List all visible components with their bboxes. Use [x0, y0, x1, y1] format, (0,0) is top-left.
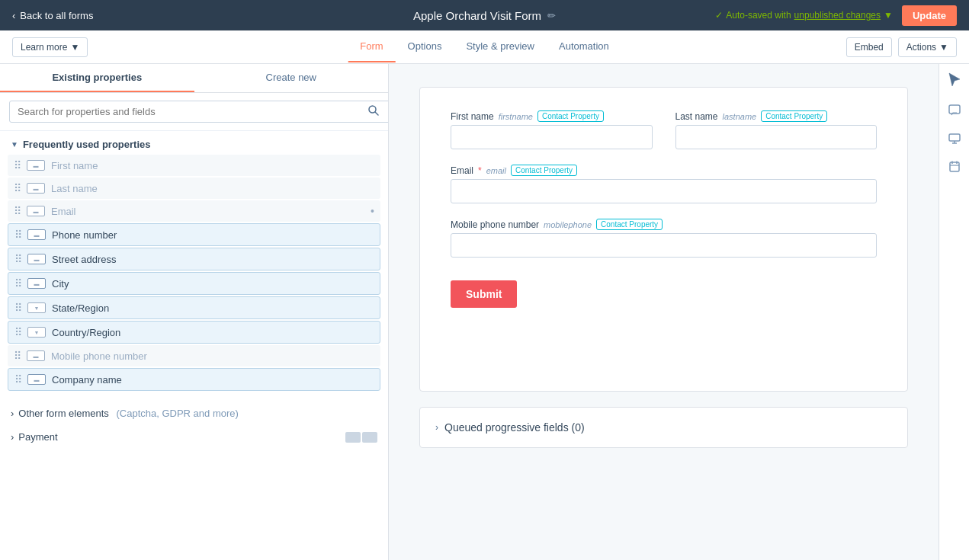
required-star-email: * [478, 165, 482, 176]
more-options-icon: • [371, 205, 374, 217]
back-arrow-icon: ‹ [12, 10, 15, 21]
cursor-tool-icon[interactable] [948, 72, 961, 91]
search-icon [368, 105, 379, 116]
payment-toggle[interactable] [345, 432, 377, 443]
update-button[interactable]: Update [902, 5, 957, 26]
search-input[interactable] [9, 101, 389, 123]
form-group-firstname: First name firstname Contact Property [451, 110, 653, 149]
contact-property-badge-mobile: Contact Property [596, 219, 663, 230]
field-type-icon: ▬ [27, 350, 45, 361]
form-canvas: First name firstname Contact Property La… [389, 64, 939, 560]
payment-section[interactable]: › Payment [0, 424, 388, 447]
drag-handle-icon: ⠿ [14, 205, 21, 217]
property-item-phone[interactable]: ⠿ ▬ Phone number [8, 223, 380, 246]
unpublished-changes-link[interactable]: unpublished changes [794, 10, 881, 21]
autosaved-status: ✓ Auto-saved with unpublished changes ▼ [715, 10, 893, 21]
contact-property-badge-email: Contact Property [511, 165, 577, 176]
main-layout: Existing properties Create new ▼ F [0, 64, 969, 560]
comment-icon[interactable] [948, 104, 961, 120]
back-link[interactable]: ‹ Back to all forms [12, 10, 93, 21]
toggle-part-left [345, 432, 361, 443]
property-item-city[interactable]: ⠿ ▬ City [8, 272, 380, 295]
queued-section-wrapper: › Queued progressive fields (0) [419, 407, 908, 448]
contact-property-badge-lastname: Contact Property [761, 110, 827, 122]
search-button[interactable] [368, 105, 379, 118]
sub-nav: Learn more ▼ Form Options Style & previe… [0, 30, 969, 64]
payment-chevron-icon: › [11, 431, 14, 443]
field-apiname-mobile: mobilephone [544, 220, 592, 229]
tab-options[interactable]: Options [396, 31, 454, 62]
other-section-chevron-icon: › [11, 408, 14, 419]
frequently-used-section-header[interactable]: ▼ Frequently used properties [0, 131, 388, 155]
form-group-mobile: Mobile phone number mobilephone Contact … [451, 219, 877, 258]
property-item-street[interactable]: ⠿ ▬ Street address [8, 248, 380, 270]
drag-handle-icon: ⠿ [14, 302, 21, 314]
other-section-label: Other form elements [18, 408, 109, 419]
property-label: Phone number [52, 229, 374, 241]
actions-chevron-icon: ▼ [939, 42, 948, 53]
field-apiname-lastname: lastname [723, 112, 757, 121]
top-right-controls: ✓ Auto-saved with unpublished changes ▼ … [715, 5, 957, 26]
property-label: Mobile phone number [51, 350, 374, 362]
dropdown-arrow-icon[interactable]: ▼ [884, 10, 893, 21]
form-title-text: Apple Orchard Visit Form [413, 9, 541, 22]
field-type-icon: ▬ [27, 254, 46, 264]
property-item-country[interactable]: ⠿ ▼ Country/Region [8, 321, 380, 344]
learn-more-button[interactable]: Learn more ▼ [12, 37, 88, 57]
section-label: Frequently used properties [23, 139, 151, 150]
field-apiname-email: email [486, 166, 506, 175]
input-firstname[interactable] [451, 125, 653, 149]
actions-button[interactable]: Actions ▼ [898, 37, 957, 57]
form-row-email: Email * email Contact Property [451, 165, 877, 203]
property-label: Email [51, 206, 364, 217]
property-label: City [52, 278, 374, 290]
form-group-lastname: Last name lastname Contact Property [675, 110, 878, 149]
svg-rect-6 [950, 162, 959, 171]
left-panel-wrapper: Existing properties Create new ▼ F [0, 64, 389, 560]
search-bar [0, 93, 388, 131]
payment-label: Payment [18, 431, 57, 443]
sub-nav-tabs: Form Options Style & preview Automation [348, 31, 621, 62]
edit-title-icon[interactable]: ✏ [547, 10, 556, 21]
form-row-name: First name firstname Contact Property La… [451, 110, 877, 149]
field-type-icon: ▬ [27, 160, 45, 171]
property-item-company[interactable]: ⠿ ▬ Company name [8, 368, 380, 391]
tab-form[interactable]: Form [348, 31, 395, 62]
contact-property-badge-firstname: Contact Property [537, 110, 604, 122]
input-mobile[interactable] [451, 233, 877, 258]
learn-more-chevron-icon: ▼ [70, 42, 79, 53]
field-title-email: Email [451, 165, 473, 176]
right-sidebar [939, 64, 969, 560]
svg-rect-3 [949, 134, 960, 141]
drag-handle-icon: ⠿ [14, 253, 21, 265]
field-title-mobile: Mobile phone number [451, 219, 539, 230]
property-item-state[interactable]: ⠿ ▼ State/Region [8, 296, 380, 319]
property-item-firstname: ⠿ ▬ First name [8, 155, 380, 176]
sub-nav-right: Embed Actions ▼ [846, 37, 957, 57]
field-label-email: Email * email Contact Property [451, 165, 877, 176]
actions-label: Actions [906, 42, 936, 53]
field-label-mobile: Mobile phone number mobilephone Contact … [451, 219, 877, 230]
panel-content: ▼ Frequently used properties ⠿ ▬ First n… [0, 131, 388, 560]
panel-tab-existing[interactable]: Existing properties [0, 64, 194, 92]
tab-automation[interactable]: Automation [547, 31, 621, 62]
calendar-icon[interactable] [949, 161, 960, 175]
property-list: ⠿ ▬ First name ⠿ ▬ Last name ⠿ ▬ Ema [0, 155, 388, 400]
drag-handle-icon: ⠿ [14, 350, 21, 362]
field-type-icon: ▼ [27, 302, 46, 313]
property-item-mobile: ⠿ ▬ Mobile phone number [8, 345, 380, 366]
queued-label: Queued progressive fields (0) [444, 421, 585, 434]
queued-section[interactable]: › Queued progressive fields (0) [419, 407, 908, 448]
drag-handle-icon: ⠿ [14, 373, 21, 386]
embed-button[interactable]: Embed [846, 37, 892, 57]
property-label: State/Region [52, 302, 374, 314]
tab-style-preview[interactable]: Style & preview [454, 31, 547, 62]
input-lastname[interactable] [675, 125, 878, 149]
field-label-firstname: First name firstname Contact Property [451, 110, 653, 122]
field-title-lastname: Last name [675, 111, 718, 122]
input-email[interactable] [451, 179, 877, 203]
submit-button[interactable]: Submit [451, 280, 517, 308]
desktop-icon[interactable] [948, 133, 961, 147]
other-form-elements-section[interactable]: › Other form elements (Captcha, GDPR and… [0, 400, 388, 424]
panel-tab-create[interactable]: Create new [194, 64, 389, 92]
